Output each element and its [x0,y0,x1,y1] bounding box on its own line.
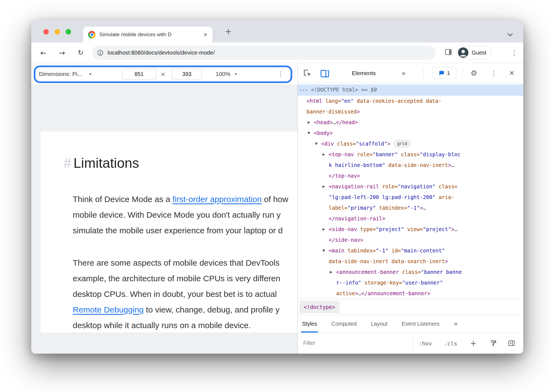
new-tab-button[interactable]: + [222,20,234,42]
heading-anchor-hash[interactable]: # [64,155,71,171]
styles-filter-input[interactable] [303,337,394,349]
tree-row[interactable]: k hairline-bottom" data-side-nav-inert>… [298,160,523,171]
code-attr: storage-key= [361,280,402,286]
tree-row[interactable]: ▼<body> [298,128,523,138]
expand-icon[interactable]: ▶ [322,149,325,160]
collapse-icon[interactable]: ▼ [315,138,317,149]
text-link[interactable]: Remote Debugging [73,305,144,314]
device-height-input[interactable] [172,69,202,79]
tab-search-chevron-icon[interactable] [507,31,513,36]
tree-row[interactable]: label="primary" tabindex="-1">… [298,203,523,213]
tree-row[interactable]: ▼<main tabindex="-1" id="main-content" [298,245,523,256]
text-run: to view, change, debug, and profile y [144,305,280,314]
tab-layout[interactable]: Layout [371,315,387,333]
toolbar-divider [462,68,463,79]
tab-computed[interactable]: Computed [331,315,356,333]
site-info-icon[interactable] [97,50,103,56]
tab-event-listeners[interactable]: Event Listeners [402,315,440,333]
tree-row[interactable]: "lg:pad-left-200 lg:pad-right-200" aria- [298,192,523,203]
tree-row[interactable]: data-side-nav-inert data-search-inert> [298,256,523,267]
code-val: r--info" [336,280,361,286]
toggle-hover-state-button[interactable]: :hov [419,333,432,354]
reload-button[interactable]: ↻ [75,42,87,63]
dimensions-times-label: × [158,63,168,85]
inspect-element-button[interactable] [302,63,314,83]
profile-button[interactable]: Guest [456,46,491,59]
device-toolbar: Dimensions: Pi... ▾ × 100% ▾ ⋮ [31,63,297,85]
tree-row[interactable]: </navigation-rail> [298,213,523,224]
zoom-value: 100% [216,71,230,77]
tree-row[interactable]: </top-nav> [298,171,523,181]
toggle-class-button[interactable]: .cls [444,333,457,354]
tab-styles[interactable]: Styles [302,315,317,333]
breadcrumb-doctype[interactable]: <!doctype> [299,301,339,313]
tree-row[interactable]: <html lang="en" data-cookies-accepted da… [298,96,523,106]
code-tag: > [387,141,390,147]
tab-strip: Simulate mobile devices with D ✕ + [31,20,523,42]
url-field[interactable]: localhost:8080/docs/devtools/device-mode… [92,46,435,60]
code-tag: </head> [336,119,358,125]
tree-row[interactable]: ▶<side-nav type="project" view="project"… [298,224,523,235]
code-tag: > [420,205,423,211]
window-minimize-button[interactable] [55,29,60,35]
expand-icon[interactable]: ▶ [322,181,325,192]
tree-row[interactable]: ▶<navigation-rail role="navigation" clas… [298,181,523,192]
grid-badge[interactable]: grid [394,140,411,147]
code-attr: class= [399,269,421,275]
back-button[interactable]: ← [37,42,49,63]
tree-row[interactable]: ▶<announcement-banner class="banner bann… [298,267,523,277]
paragraph-2: There are some aspects of mobile devices… [73,255,280,333]
toggle-device-toolbar-button[interactable] [319,63,331,83]
toggle-sidebar-button[interactable] [508,340,515,348]
tab-close-icon[interactable]: ✕ [203,32,207,38]
code-val: "-1" [376,248,389,254]
tree-row[interactable]: r--info" storage-key="user-banner" [298,277,523,288]
code-gray: … [451,162,454,168]
code-attr: role= [354,151,373,157]
tree-row[interactable]: ▼<div class="scaffold">grid [298,138,523,149]
collapse-icon[interactable]: ▼ [308,128,310,138]
tree-row[interactable]: banner-dismissed> [298,106,523,117]
tree-row[interactable]: active>…</announcement-banner> [298,288,523,299]
text-link[interactable]: first-order approximation [173,195,262,204]
expand-icon[interactable]: ▶ [322,224,325,235]
code-val: "navigation" [398,183,435,189]
dimensions-select[interactable]: Dimensions: Pi... ▾ [39,63,91,85]
window-close-button[interactable] [43,29,49,35]
new-style-rule-button[interactable]: + [470,333,476,354]
code-attr: tabindex= [344,248,376,254]
tree-row[interactable]: ▶<head>…</head> [298,117,523,128]
collapse-icon[interactable]: ▼ [322,245,325,256]
device-toolbar-menu-button[interactable]: ⋮ [274,63,286,85]
text-run: mobile device. With Device Mode you don'… [73,210,281,219]
code-doctype: <!DOCTYPE html> [311,87,358,93]
code-val: "project" [376,226,404,232]
browser-tab[interactable]: Simulate mobile devices with D ✕ [83,27,212,42]
devtools-close-button[interactable]: ✕ [506,63,518,83]
code-attr: banner-dismissed [307,109,357,115]
more-panels-button[interactable]: » [398,63,409,83]
simulated-page: #Limitations Think of Device Mode as a f… [41,132,297,333]
format-paint-button[interactable] [490,340,497,348]
zoom-select[interactable]: 100% ▾ [216,63,237,85]
tree-row[interactable]: ▶<top-nav role="banner" class="display-b… [298,149,523,160]
code-attr: data-cookies-accepted data- [354,98,442,104]
format-paint-icon [490,340,497,347]
more-sidebar-tabs-button[interactable]: » [454,315,458,333]
expand-icon[interactable]: ▶ [330,267,332,277]
forward-button[interactable]: → [56,42,68,63]
tab-elements[interactable]: Elements [352,63,376,83]
devtools-menu-button[interactable]: ⋮ [488,63,500,83]
window-zoom-button[interactable] [66,29,71,35]
settings-gear-icon[interactable]: ⚙ [468,63,480,83]
device-width-input[interactable] [122,69,156,79]
console-messages-badge[interactable]: 1 [432,67,456,79]
paragraph-line: example, the architecture of mobile CPUs… [73,271,280,286]
expand-icon[interactable]: ▶ [308,117,310,128]
text-run: example, the architecture of mobile CPUs… [73,274,280,283]
tree-row[interactable]: •••<!DOCTYPE html> == $0 [298,84,523,96]
tree-row[interactable]: </side-nav> [298,235,523,245]
side-panel-button[interactable] [445,49,452,57]
code-val: "scaffold" [356,141,387,147]
browser-menu-button[interactable]: ⋮ [509,42,520,63]
